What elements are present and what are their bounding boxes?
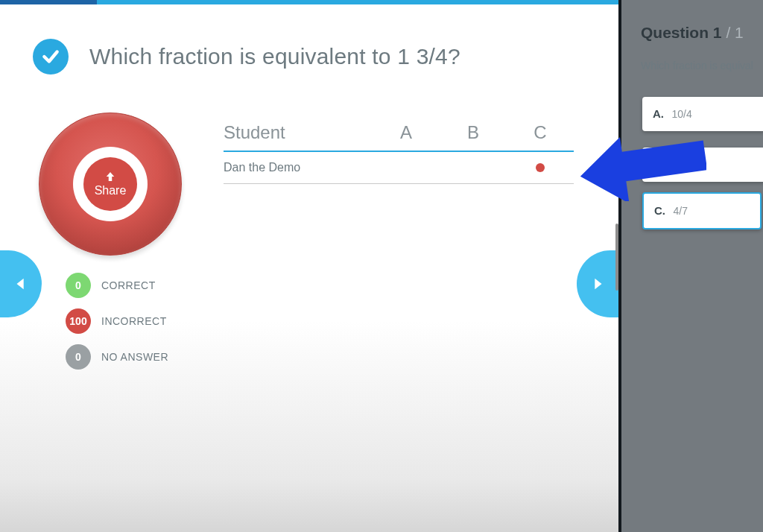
table-row[interactable]: Dan the Demo [224, 152, 574, 184]
student-table: Student A B C Dan the Demo [224, 122, 574, 184]
device-option-c-selected[interactable]: C. 4/7 [642, 192, 762, 229]
chevron-right-icon [589, 274, 606, 294]
legend-incorrect-badge: 100 [66, 308, 91, 334]
legend-noanswer-badge: 0 [66, 344, 91, 370]
legend-noanswer-label: NO ANSWER [101, 351, 168, 363]
share-ring: Share [73, 147, 148, 221]
option-letter: B. [653, 158, 664, 171]
student-name: Dan the Demo [224, 161, 373, 174]
option-text: 7/4 [671, 159, 686, 171]
legend-noanswer: 0 NO ANSWER [66, 344, 168, 370]
question-title: Which fraction is equivalent to 1 3/4? [89, 44, 460, 69]
upload-icon [104, 171, 117, 183]
legend-correct: 0 CORRECT [66, 273, 168, 298]
table-header-row: Student A B C [224, 122, 574, 152]
device-question-text: Which fraction is equival [641, 60, 753, 72]
share-label: Share [95, 184, 127, 197]
cell-c [507, 163, 574, 172]
legend-correct-label: CORRECT [101, 279, 156, 291]
checkmark-icon [33, 39, 69, 75]
question-header: Which fraction is equivalent to 1 3/4? [33, 39, 460, 75]
legend-incorrect: 100 INCORRECT [66, 308, 168, 334]
answer-dot-incorrect [536, 163, 545, 172]
col-b: B [440, 122, 507, 143]
next-question-button[interactable] [577, 250, 618, 317]
legend-incorrect-label: INCORRECT [101, 315, 167, 327]
option-letter: C. [654, 204, 665, 217]
option-letter: A. [653, 107, 664, 120]
legend-correct-badge: 0 [66, 273, 91, 298]
share-dial[interactable]: Share [39, 113, 182, 256]
option-text: 10/4 [671, 108, 691, 120]
device-option-a[interactable]: A. 10/4 [642, 97, 763, 131]
col-student: Student [224, 122, 373, 143]
share-button[interactable]: Share [83, 157, 137, 211]
col-a: A [373, 122, 440, 143]
legend: 0 CORRECT 100 INCORRECT 0 NO ANSWER [66, 273, 168, 370]
col-c: C [507, 122, 574, 143]
option-text: 4/7 [673, 205, 687, 217]
device-question-number: Question 1 / 1 [641, 24, 744, 42]
results-panel: Which fraction is equivalent to 1 3/4? S… [0, 4, 618, 532]
prev-question-button[interactable] [0, 250, 42, 317]
chevron-left-icon [13, 274, 29, 294]
student-device-preview: Question 1 / 1 Which fraction is equival… [618, 0, 763, 532]
device-option-b[interactable]: B. 7/4 [642, 148, 763, 182]
